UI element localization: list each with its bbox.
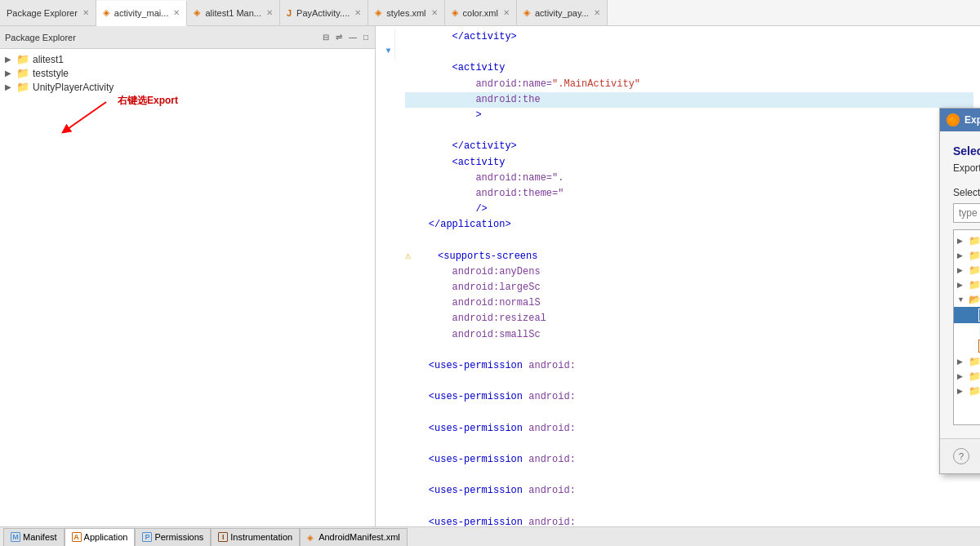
tree-item-alitest1[interactable]: ▶ 📁 alitest1: [3, 52, 372, 66]
expand-cpp: ▶: [957, 266, 969, 274]
code-line-25: [405, 406, 973, 421]
code-line-1: </activity>: [405, 29, 973, 45]
bottom-tab-permissions-label: Permissions: [154, 532, 203, 542]
bottom-tab-instrumentation-label: Instrumentation: [230, 532, 292, 542]
code-line-29: [405, 468, 973, 483]
code-line-11: android:theme=": [405, 186, 973, 202]
tree-node-xml[interactable]: ▶ 📁 XML: [954, 384, 980, 398]
right-panel: ▼ </activity> <activity android:name=".M…: [376, 26, 980, 526]
tree-node-javadoc[interactable]: 📄 Javadoc: [954, 323, 980, 338]
editor-tab-bar: Package Explorer ✕ ◈ activity_mai... ✕ ◈…: [0, 0, 980, 26]
tree-node-runnable-jar[interactable]: j Runnable JAR file: [954, 338, 980, 354]
folder-xml: 📁: [969, 385, 980, 397]
code-line-5: android:the: [405, 92, 973, 108]
folder-android: 📁: [969, 250, 980, 261]
tab-label-0: activity_mai...: [114, 8, 169, 18]
bottom-tab-manifest[interactable]: M Manifest: [3, 528, 65, 546]
minimize-btn[interactable]: —: [347, 32, 359, 42]
tab-label-1: alitest1 Man...: [205, 8, 261, 18]
tab-close-0[interactable]: ✕: [173, 8, 180, 17]
tree-node-android[interactable]: ▶ 📁 Android: [954, 248, 980, 263]
tab-alitest1-man[interactable]: ◈ alitest1 Man... ✕: [187, 0, 279, 25]
collapse-all-btn[interactable]: ⊟: [321, 32, 331, 42]
androidmanifest-icon: ◈: [307, 533, 314, 542]
export-modal: 🔶 Export ⇔ — □ ✕ Select Export resources…: [939, 108, 980, 474]
tab-color[interactable]: ◈ color.xml ✕: [445, 0, 517, 25]
tab-label-5: activity_pay...: [535, 8, 589, 18]
code-line-32: <uses-permission android:: [405, 515, 973, 526]
collapse-icon[interactable]: ▼: [382, 45, 394, 60]
help-button[interactable]: ?: [953, 448, 969, 464]
code-line-14: [405, 233, 973, 248]
code-line-28: <uses-permission android:: [405, 452, 973, 468]
tree-node-rundebug[interactable]: ▶ 📁 Run/Debug: [954, 354, 980, 369]
left-panel: Package Explorer ⊟ ⇌ — □ ▶ 📁 alitest1 ▶ …: [0, 26, 376, 526]
code-line-12: />: [405, 202, 973, 217]
code-line-30: <uses-permission android:: [405, 483, 973, 499]
filter-input[interactable]: [953, 203, 980, 223]
tree-node-general[interactable]: ▶ 📁 General: [954, 233, 980, 248]
tree-node-team[interactable]: ▶ 📁 Team: [954, 369, 980, 384]
svg-line-0: [65, 102, 106, 131]
code-line-24: <uses-permission android:: [405, 389, 973, 405]
tab-close-3[interactable]: ✕: [431, 8, 438, 17]
expand-team: ▶: [957, 372, 969, 380]
expand-xml: ▶: [957, 387, 969, 395]
tab-payactivity[interactable]: J PayActivity.... ✕: [280, 0, 368, 25]
tab-styles[interactable]: ◈ styles.xml ✕: [368, 0, 444, 25]
tab-activity-pay[interactable]: ◈ activity_pay... ✕: [517, 0, 608, 25]
code-editor[interactable]: ▼ </activity> <activity android:name=".M…: [376, 26, 980, 526]
bottom-tab-application[interactable]: A Application: [65, 528, 136, 546]
code-line-8: </activity>: [405, 139, 973, 154]
tree-node-jar[interactable]: j JAR file: [954, 307, 980, 323]
bottom-tab-manifest-label: Manifest: [23, 532, 57, 542]
tree-label-alitest1: alitest1: [33, 54, 64, 65]
modal-footer: ? < Back Next > Finish Cancel: [940, 438, 980, 473]
java-file-icon: J: [287, 8, 292, 18]
modal-heading: Select: [953, 144, 980, 158]
code-line-23: [405, 374, 973, 389]
code-line-27: [405, 437, 973, 452]
tab-package-explorer[interactable]: Package Explorer ✕: [0, 0, 96, 25]
code-line-22: <uses-permission android:: [405, 358, 973, 374]
export-tree: ▶ 📁 General ▶ 📁 Android ▶ 📁 C/C++: [953, 229, 980, 425]
code-line-19: android:resizeal: [405, 311, 973, 326]
instrumentation-icon: I: [218, 532, 228, 542]
bottom-tab-androidmanifest[interactable]: ◈ AndroidManifest.xml: [300, 528, 408, 546]
xml-file-icon-3: ◈: [375, 7, 381, 18]
modal-title-text: Export: [964, 114, 980, 126]
project-icon-2: 📁: [16, 67, 29, 79]
tab-close-icon[interactable]: ✕: [82, 8, 89, 17]
tab-close-4[interactable]: ✕: [503, 8, 510, 17]
xml-file-icon-4: ◈: [452, 7, 458, 18]
code-line-3: <activity: [405, 60, 973, 76]
annotation-arrow: [49, 98, 114, 139]
tab-activity-main[interactable]: ◈ activity_mai... ✕: [96, 1, 188, 26]
code-line-18: android:normalS: [405, 295, 973, 311]
code-line-13: </application>: [405, 217, 973, 233]
panel-actions: ⊟ ⇌ — □: [321, 32, 370, 42]
panel-title: Package Explorer: [5, 33, 318, 42]
expand-general: ▶: [957, 237, 969, 245]
tree-node-cpp[interactable]: ▶ 📁 C/C++: [954, 263, 980, 277]
tab-close-5[interactable]: ✕: [594, 8, 600, 17]
modal-desc: Export resources into a JAR file on the …: [953, 162, 980, 174]
code-line-9: <activity: [405, 155, 973, 171]
tree-node-java[interactable]: ▼ 📂 Java: [954, 292, 980, 307]
folder-cpp: 📁: [969, 264, 980, 276]
code-line-10: android:name=".: [405, 171, 973, 186]
xml-file-icon-1: ◈: [194, 7, 200, 18]
maximize-btn[interactable]: □: [362, 32, 370, 42]
link-editor-btn[interactable]: ⇌: [334, 32, 344, 42]
tree-item-unity[interactable]: ▶ 📁 UnityPlayerActivity: [3, 80, 372, 94]
tab-close-1[interactable]: ✕: [266, 8, 273, 17]
code-gutter-area: ▼ </activity> <activity android:name=".M…: [382, 29, 973, 526]
code-line-6: >: [405, 108, 973, 123]
code-line-15: ⚠ <supports-screens: [405, 249, 973, 264]
tree-item-teststyle[interactable]: ▶ 📁 teststyle: [3, 66, 372, 80]
tab-close-2[interactable]: ✕: [354, 8, 361, 17]
bottom-tab-instrumentation[interactable]: I Instrumentation: [211, 528, 300, 546]
tree-node-install[interactable]: ▶ 📁 Install: [954, 277, 980, 292]
manifest-icon: M: [11, 532, 20, 542]
bottom-tab-permissions[interactable]: P Permissions: [135, 528, 211, 546]
